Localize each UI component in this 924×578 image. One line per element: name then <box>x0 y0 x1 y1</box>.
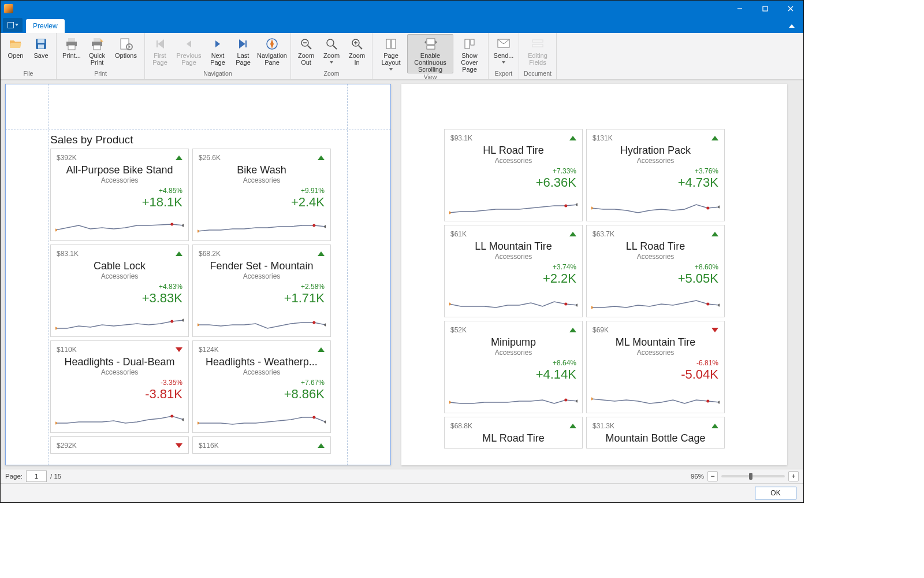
zoom-out-icon <box>299 37 313 51</box>
last-page-button[interactable]: Last Page <box>230 34 256 70</box>
card-percent: +2.58% <box>199 283 325 291</box>
ribbon-group-print: Print... Quick Print Options Print <box>57 33 145 79</box>
send-button[interactable]: Send... <box>491 34 516 70</box>
svg-rect-33 <box>532 40 543 42</box>
last-page-icon <box>236 37 250 51</box>
product-card: $392K All-Purpose Bike Stand Accessories… <box>50 149 189 241</box>
svg-point-62 <box>591 306 593 309</box>
svg-point-61 <box>576 304 578 307</box>
zoom-out-label: Zoom Out <box>298 52 314 66</box>
svg-point-40 <box>324 225 326 228</box>
options-label: Options <box>115 52 137 59</box>
product-card: $69K ML Mountain Tire Accessories -6.81%… <box>586 321 725 413</box>
svg-point-37 <box>182 224 184 227</box>
svg-point-44 <box>198 324 199 327</box>
next-page-label: Next Page <box>210 52 225 66</box>
card-percent: +7.67% <box>199 379 325 387</box>
svg-point-66 <box>564 399 567 402</box>
card-percent: +8.64% <box>450 359 576 367</box>
first-page-label: First Page <box>152 52 167 66</box>
close-icon <box>788 6 793 12</box>
card-name: Cable Lock <box>57 260 182 272</box>
preview-workspace[interactable]: Sales by Product $392K All-Purpose Bike … <box>1 80 803 469</box>
trend-up-icon <box>176 251 182 256</box>
zoom-button[interactable]: Zoom <box>319 34 344 70</box>
page-layout-icon <box>384 37 398 51</box>
options-button[interactable]: Options <box>110 34 142 70</box>
trend-up-icon <box>176 155 182 160</box>
ribbon: Open Save File Print... <box>1 33 803 80</box>
sparkline <box>55 409 184 429</box>
trend-up-icon <box>569 136 576 140</box>
svg-point-39 <box>312 224 315 227</box>
svg-rect-34 <box>532 45 543 47</box>
svg-rect-5 <box>38 39 44 43</box>
card-delta: +6.36K <box>450 175 576 190</box>
svg-point-52 <box>324 421 326 424</box>
card-total: $124K <box>199 346 219 354</box>
page-number-input[interactable] <box>26 470 47 482</box>
next-page-button[interactable]: Next Page <box>205 34 230 70</box>
card-row: $83.1K Cable Lock Accessories +4.83% +3.… <box>50 244 331 337</box>
page-layout-button[interactable]: Page Layout <box>375 34 407 73</box>
print-label: Print... <box>62 52 81 59</box>
card-percent: -6.81% <box>593 359 718 367</box>
first-page-button: First Page <box>147 34 173 70</box>
ribbon-group-export: Send... Export <box>489 33 519 79</box>
zoom-plus-button[interactable]: + <box>788 471 799 481</box>
card-category: Accessories <box>593 349 718 357</box>
svg-rect-6 <box>38 45 44 49</box>
open-button[interactable]: Open <box>3 34 28 70</box>
zoom-in-button[interactable]: Zoom In <box>344 34 370 70</box>
show-cover-button[interactable]: Show Cover Page <box>453 34 486 73</box>
card-total: $31.3K <box>593 422 614 430</box>
svg-point-48 <box>170 415 173 418</box>
print-button[interactable]: Print... <box>59 34 84 70</box>
collapse-ribbon-button[interactable] <box>785 19 799 33</box>
svg-point-59 <box>449 303 451 306</box>
tab-preview[interactable]: Preview <box>26 19 65 33</box>
card-percent: +3.76% <box>593 167 718 175</box>
card-percent: +8.60% <box>593 263 718 271</box>
zoom-slider-thumb[interactable] <box>749 473 752 480</box>
quick-print-button[interactable]: Quick Print <box>84 34 110 70</box>
card-percent: -3.35% <box>57 379 182 387</box>
page-layout-label: Page Layout <box>381 52 400 66</box>
svg-point-64 <box>718 304 720 307</box>
app-menu-button[interactable] <box>3 18 23 32</box>
ribbon-group-label: Zoom <box>293 70 370 79</box>
svg-point-20 <box>327 39 334 46</box>
svg-rect-26 <box>386 39 390 49</box>
save-button[interactable]: Save <box>28 34 54 70</box>
close-button[interactable] <box>778 1 803 17</box>
card-name: Fender Set - Mountain <box>199 260 325 272</box>
svg-point-45 <box>312 321 315 324</box>
zoom-in-icon <box>350 37 364 51</box>
continuous-scroll-icon <box>423 37 437 51</box>
maximize-button[interactable] <box>752 1 778 17</box>
zoom-out-button[interactable]: Zoom Out <box>293 34 319 70</box>
card-row: $292K $116K <box>50 436 331 454</box>
ribbon-group-file: Open Save File <box>1 33 57 79</box>
svg-point-47 <box>55 422 57 425</box>
card-row: $68.8K ML Road Tire $31.3K Mountain Bott… <box>444 417 725 449</box>
app-window: Preview Open Save File <box>0 0 804 503</box>
continuous-scrolling-button[interactable]: Enable Continuous Scrolling <box>407 34 453 73</box>
svg-point-57 <box>706 207 709 210</box>
zoom-slider[interactable] <box>721 475 785 477</box>
ribbon-group-label: File <box>3 70 54 79</box>
card-delta: +4.73K <box>593 175 718 190</box>
zoom-minus-button[interactable]: − <box>707 471 718 481</box>
card-delta: -3.81K <box>57 387 182 402</box>
card-row: $93.1K HL Road Tire Accessories +7.33% +… <box>444 129 725 221</box>
product-card: $68.8K ML Road Tire <box>444 417 583 449</box>
product-card: $124K Headlights - Weatherp... Accessori… <box>192 340 331 433</box>
card-name: ML Road Tire <box>450 432 576 444</box>
ribbon-group-zoom: Zoom Out Zoom Zoom In Zoom <box>291 33 372 79</box>
ok-button[interactable]: OK <box>755 487 796 499</box>
navigation-pane-button[interactable]: Navigation Pane <box>256 34 288 70</box>
svg-point-50 <box>198 422 199 425</box>
save-label: Save <box>33 52 48 59</box>
minimize-button[interactable] <box>727 1 752 17</box>
card-percent: +9.91% <box>199 187 325 195</box>
